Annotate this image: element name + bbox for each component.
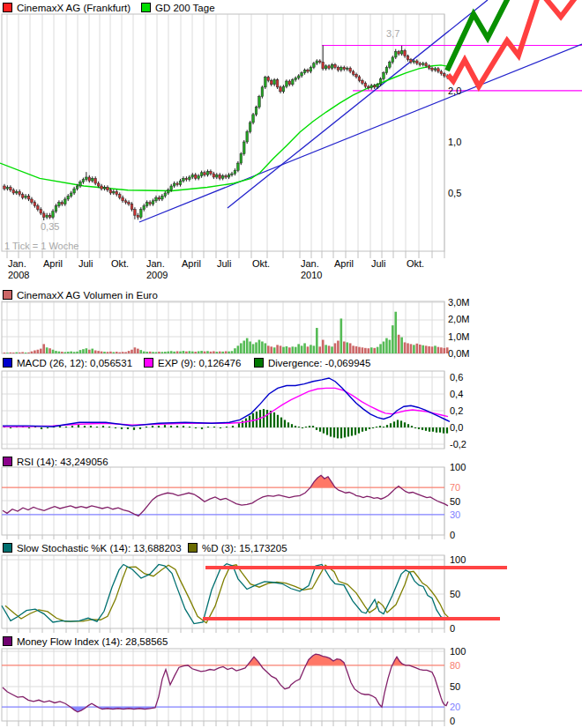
volume-panel: 3,0M2,0M1,0M0,0M bbox=[4, 297, 470, 359]
svg-text:50: 50 bbox=[450, 589, 460, 599]
gd200-swatch bbox=[141, 3, 151, 12]
rsi-label: RSI (14): 43,249056 bbox=[17, 457, 108, 467]
svg-text:2,0M: 2,0M bbox=[448, 314, 469, 324]
svg-text:100: 100 bbox=[450, 646, 466, 657]
svg-text:April: April bbox=[182, 258, 201, 269]
svg-text:2009: 2009 bbox=[146, 270, 168, 280]
legend-item-macd: MACD (26, 12): 0,056531 bbox=[3, 357, 132, 368]
stoch-d-label: %D (3): 15,173205 bbox=[202, 543, 287, 553]
svg-text:0,0: 0,0 bbox=[450, 422, 463, 433]
divergence-label: Divergence: -0,069945 bbox=[268, 358, 370, 368]
volume-swatch bbox=[3, 290, 12, 300]
svg-text:Okt.: Okt. bbox=[407, 258, 424, 269]
svg-text:Okt.: Okt. bbox=[252, 258, 270, 269]
legend-item-stoch-k: Slow Stochastic %K (14): 13,688203 bbox=[3, 542, 182, 553]
svg-text:3,0M: 3,0M bbox=[448, 297, 469, 308]
mfi-swatch bbox=[3, 636, 12, 646]
price-series-label: CinemaxX AG (Frankfurt) bbox=[17, 3, 131, 13]
legend-item-gd200: GD 200 Tage bbox=[141, 2, 215, 13]
svg-text:100: 100 bbox=[450, 554, 466, 565]
svg-text:0,6: 0,6 bbox=[450, 372, 463, 383]
divergence-swatch bbox=[254, 358, 264, 368]
svg-text:30: 30 bbox=[450, 509, 460, 520]
legend-item-volume: CinemaxX AG Volumen in Euro bbox=[3, 289, 158, 301]
svg-text:50: 50 bbox=[450, 496, 460, 507]
legend-item-stoch-d: %D (3): 15,173205 bbox=[188, 542, 287, 553]
svg-text:70: 70 bbox=[450, 482, 460, 493]
svg-text:1,0: 1,0 bbox=[448, 137, 461, 147]
svg-text:0,4: 0,4 bbox=[450, 389, 463, 399]
svg-text:Jan.: Jan. bbox=[8, 258, 26, 269]
svg-text:-0,2: -0,2 bbox=[450, 439, 466, 449]
svg-text:April: April bbox=[334, 258, 354, 269]
legend-item-price: CinemaxX AG (Frankfurt) bbox=[3, 2, 131, 13]
macd-swatch bbox=[3, 358, 12, 368]
price-series-swatch bbox=[3, 3, 12, 12]
svg-text:0: 0 bbox=[450, 716, 455, 726]
svg-text:Juli: Juli bbox=[217, 258, 232, 269]
svg-text:0,0M: 0,0M bbox=[448, 348, 469, 359]
stoch-k-swatch bbox=[3, 543, 12, 553]
exp-label: EXP (9): 0,126476 bbox=[158, 358, 241, 368]
svg-text:Jan.: Jan. bbox=[146, 258, 165, 269]
macd-label: MACD (26, 12): 0,056531 bbox=[17, 358, 132, 368]
svg-text:Juli: Juli bbox=[371, 258, 386, 269]
svg-text:0: 0 bbox=[450, 530, 455, 540]
legend-item-exp: EXP (9): 0,126476 bbox=[144, 357, 241, 368]
volume-label: CinemaxX AG Volumen in Euro bbox=[17, 290, 158, 301]
svg-text:April: April bbox=[43, 258, 63, 269]
rsi-swatch bbox=[3, 457, 12, 466]
legend-item-divergence: Divergence: -0,069945 bbox=[254, 357, 370, 368]
svg-text:80: 80 bbox=[450, 660, 460, 671]
svg-text:100: 100 bbox=[450, 462, 466, 472]
svg-text:20: 20 bbox=[450, 702, 460, 712]
legend-item-rsi: RSI (14): 43,249056 bbox=[3, 456, 108, 467]
svg-text:2,0: 2,0 bbox=[448, 85, 461, 96]
svg-text:1,0M: 1,0M bbox=[448, 331, 469, 342]
stoch-k-label: Slow Stochastic %K (14): 13,688203 bbox=[17, 543, 182, 553]
svg-text:2008: 2008 bbox=[8, 270, 29, 280]
mfi-label: Money Flow Index (14): 28,58565 bbox=[17, 636, 168, 647]
svg-text:0,2: 0,2 bbox=[450, 405, 463, 416]
exp-swatch bbox=[144, 358, 153, 368]
svg-text:0,5: 0,5 bbox=[448, 188, 461, 198]
legend-item-mfi: Money Flow Index (14): 28,58565 bbox=[3, 635, 168, 647]
svg-text:Jan.: Jan. bbox=[301, 258, 319, 269]
main-price-panel bbox=[0, 0, 582, 222]
svg-text:Okt.: Okt. bbox=[111, 258, 129, 269]
svg-text:1 Tick = 1 Woche: 1 Tick = 1 Woche bbox=[4, 241, 78, 251]
gd200-label: GD 200 Tage bbox=[155, 3, 215, 13]
svg-text:0,35: 0,35 bbox=[41, 221, 59, 232]
stoch-d-swatch bbox=[188, 543, 198, 553]
svg-text:2010: 2010 bbox=[301, 270, 322, 280]
svg-text:0: 0 bbox=[450, 623, 455, 634]
svg-text:Juli: Juli bbox=[78, 258, 93, 269]
svg-text:50: 50 bbox=[450, 681, 460, 692]
svg-text:3,7: 3,7 bbox=[386, 28, 399, 39]
chart-page: 2,01,00,53,70,351 Tick = 1 WocheJan.2008… bbox=[0, 0, 582, 728]
